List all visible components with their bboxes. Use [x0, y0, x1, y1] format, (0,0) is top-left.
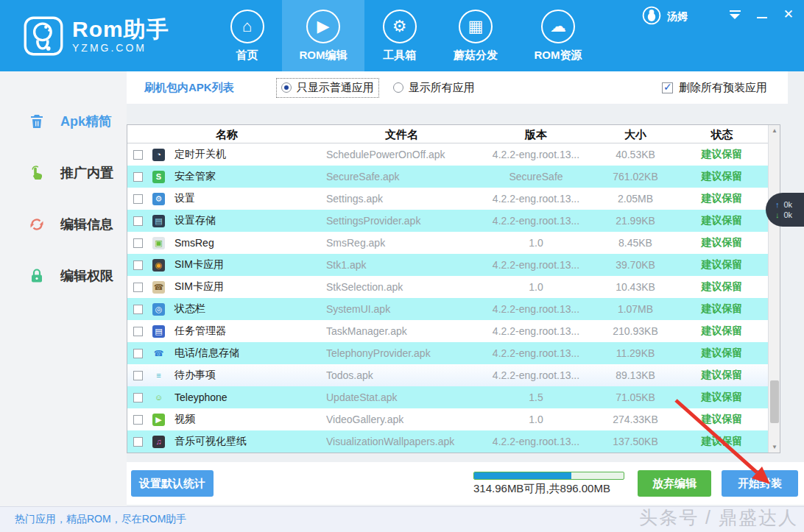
app-size: 274.33KB	[595, 414, 676, 425]
app-icon: ⚙	[152, 193, 165, 205]
skin-menu-icon[interactable]	[730, 10, 741, 19]
upload-arrow-icon: ↑	[775, 201, 780, 209]
nav-item-toolbox[interactable]: ⚙ 工具箱	[364, 0, 434, 71]
row-checkbox[interactable]	[133, 327, 143, 336]
row-checkbox[interactable]	[133, 172, 143, 182]
sidebar-item-label: Apk精简	[60, 113, 112, 130]
app-name: SIM卡应用	[172, 258, 326, 272]
app-size: 761.02KB	[595, 171, 676, 182]
table-row[interactable]: ◉ SIM卡应用 Stk1.apk 4.2.2-eng.root.13... 3…	[127, 254, 768, 276]
table-row[interactable]: ☺ Teleyphone UpdateStat.apk 1.5 71.05KB …	[127, 386, 768, 408]
set-default-stats-button[interactable]: 设置默认统计	[131, 470, 214, 497]
upload-speed: 0k	[784, 201, 793, 209]
app-version: 4.2.2-eng.root.13...	[477, 325, 595, 337]
app-icon: ▤	[152, 215, 165, 227]
checkbox-delete-preinstalled[interactable]: 删除所有预装应用	[662, 81, 780, 95]
window-controls: ✕	[730, 7, 794, 22]
row-checkbox[interactable]	[133, 415, 143, 425]
col-filename[interactable]: 文件名	[326, 125, 477, 143]
col-status[interactable]: 状态	[676, 125, 768, 143]
table-row[interactable]: ◎ 状态栏 SystemUI.apk 4.2.2-eng.root.13... …	[127, 298, 768, 320]
row-checkbox[interactable]	[133, 194, 143, 204]
row-checkbox[interactable]	[133, 393, 143, 402]
table-row[interactable]: ▤ 任务管理器 TaskManager.apk 4.2.2-eng.root.1…	[127, 320, 768, 342]
table-row[interactable]: ▶ 视频 VideoGallery.apk 1.0 274.33KB 建议保留	[127, 408, 768, 430]
download-arrow-icon: ↓	[775, 211, 780, 219]
row-checkbox[interactable]	[133, 216, 143, 226]
nav-item-mushroom-distribute[interactable]: ▦ 蘑菇分发	[434, 0, 517, 71]
col-version[interactable]: 版本	[477, 125, 595, 143]
row-checkbox[interactable]	[133, 283, 143, 292]
row-checkbox[interactable]	[133, 437, 143, 447]
sidebar-item-apk-trim[interactable]: Apk精简	[0, 107, 127, 136]
app-size: 137.50KB	[595, 436, 676, 447]
app-status: 建议保留	[676, 302, 768, 316]
sidebar: Apk精简 推广内置	[0, 71, 127, 506]
app-version: 4.2.2-eng.root.13...	[477, 347, 595, 359]
col-size[interactable]: 大小	[595, 125, 676, 143]
row-checkbox[interactable]	[133, 305, 143, 314]
app-filename: Todos.apk	[326, 369, 477, 381]
app-name: 状态栏	[172, 302, 326, 316]
table-row[interactable]: ≡ 待办事项 Todos.apk 4.2.2-eng.root.13... 89…	[127, 364, 768, 386]
table-row[interactable]: ☎ 电话/信息存储 TelephonyProvider.apk 4.2.2-en…	[127, 342, 768, 364]
start-package-button[interactable]: 开始封装	[722, 470, 798, 497]
close-icon[interactable]: ✕	[783, 7, 794, 22]
nav-label: ROM编辑	[300, 49, 348, 63]
app-filename: SystemUI.apk	[326, 303, 477, 315]
minimize-icon[interactable]	[757, 17, 767, 18]
download-speed: 0k	[784, 211, 793, 219]
radio-show-all-apps[interactable]: 显示所有应用	[389, 79, 479, 97]
app-name: 安全管家	[172, 170, 326, 183]
scrollbar-thumb[interactable]	[770, 380, 779, 423]
app-status: 建议保留	[676, 214, 768, 227]
table-header: 名称 文件名 版本 大小 状态	[127, 125, 780, 143]
trash-icon	[28, 113, 46, 130]
sidebar-item-edit-permission[interactable]: 编辑权限	[0, 261, 127, 291]
table-scrollbar[interactable]: ▲ ▼	[768, 125, 780, 453]
watermark-text: 头条号 / 鼎盛达人	[639, 506, 798, 530]
app-version: 4.2.2-eng.root.13...	[477, 215, 595, 227]
radio-label: 只显示普通应用	[297, 81, 374, 95]
sidebar-item-edit-info[interactable]: 编辑信息	[0, 210, 127, 239]
scroll-down-icon[interactable]: ▼	[769, 441, 780, 453]
app-status: 建议保留	[676, 280, 768, 294]
table-row[interactable]: ▤ 设置存储 SettingsProvider.apk 4.2.2-eng.ro…	[127, 210, 768, 232]
sidebar-item-label: 编辑信息	[60, 216, 113, 233]
row-checkbox[interactable]	[133, 371, 143, 380]
nav-item-rom-edit[interactable]: ▶ ROM编辑	[282, 0, 364, 71]
app-status: 建议保留	[676, 324, 768, 338]
radio-show-normal-apps[interactable]: 只显示普通应用	[277, 79, 378, 97]
nav-item-rom-resource[interactable]: ☁ ROM资源	[517, 0, 599, 71]
app-version: 4.2.2-eng.root.13...	[477, 369, 595, 381]
app-name: 视频	[172, 413, 326, 426]
row-checkbox[interactable]	[133, 260, 143, 270]
app-filename: Settings.apk	[326, 193, 477, 205]
storage-progress: 314.96MB可用,共896.00MB	[473, 472, 624, 496]
table-row[interactable]: ▣ SmsReg SmsReg.apk 1.0 8.45KB 建议保留	[127, 232, 768, 254]
abandon-edit-button[interactable]: 放弃编辑	[638, 470, 711, 497]
scroll-up-icon[interactable]: ▲	[769, 125, 780, 136]
table-row[interactable]: ♫ 音乐可视化壁纸 VisualizationWallpapers.apk 4.…	[127, 430, 768, 453]
nav-item-home[interactable]: ⌂ 首页	[212, 0, 282, 71]
app-icon: ♫	[152, 436, 165, 448]
col-name[interactable]: 名称	[127, 125, 326, 143]
table-row[interactable]: ◔ 定时开关机 SchedulePowerOnOff.apk 4.2.2-eng…	[127, 143, 768, 166]
user-area[interactable]: 汤姆	[642, 6, 688, 28]
table-row[interactable]: S 安全管家 SecureSafe.apk SecureSafe 761.02K…	[127, 166, 768, 188]
sidebar-item-label: 推广内置	[60, 164, 113, 182]
app-filename: VideoGallery.apk	[326, 414, 477, 425]
apk-table: 名称 文件名 版本 大小 状态 ◔ 定时开关机 SchedulePowerOnO…	[127, 124, 780, 453]
table-row[interactable]: ⚙ 设置 Settings.apk 4.2.2-eng.root.13... 2…	[127, 188, 768, 210]
rom-resource-icon: ☁	[541, 10, 575, 43]
app-version: 4.2.2-eng.root.13...	[477, 303, 595, 315]
radio-label: 显示所有应用	[409, 81, 475, 95]
sidebar-item-promote-builtin[interactable]: 推广内置	[0, 158, 127, 188]
table-row[interactable]: ☎ SIM卡应用 StkSelection.apk 1.0 10.43KB 建议…	[127, 276, 768, 298]
network-speed-widget[interactable]: ↑0k ↓0k	[766, 193, 804, 227]
app-icon: ≡	[152, 369, 165, 382]
row-checkbox[interactable]	[133, 238, 143, 248]
lock-icon	[28, 267, 46, 285]
row-checkbox[interactable]	[133, 349, 143, 358]
row-checkbox[interactable]	[133, 150, 143, 160]
